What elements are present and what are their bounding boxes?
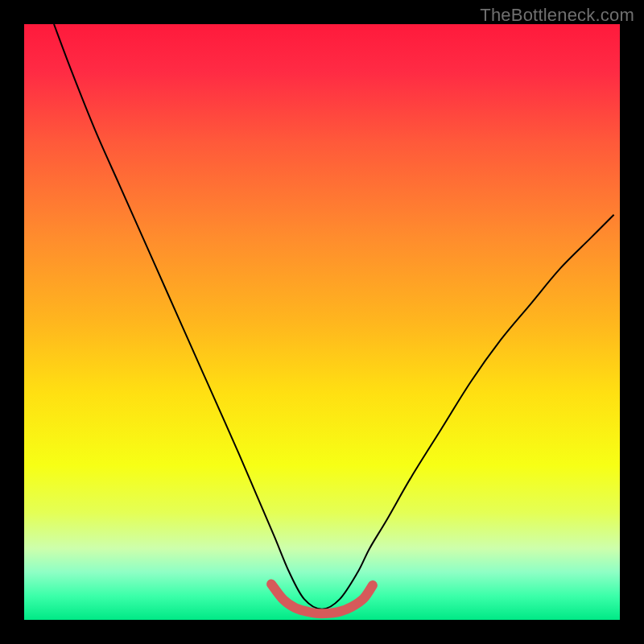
plot-area <box>24 24 620 620</box>
chart-frame: TheBottleneck.com <box>0 0 644 644</box>
gradient-background <box>24 24 620 620</box>
watermark-text: TheBottleneck.com <box>480 5 634 26</box>
chart-svg <box>24 24 620 620</box>
